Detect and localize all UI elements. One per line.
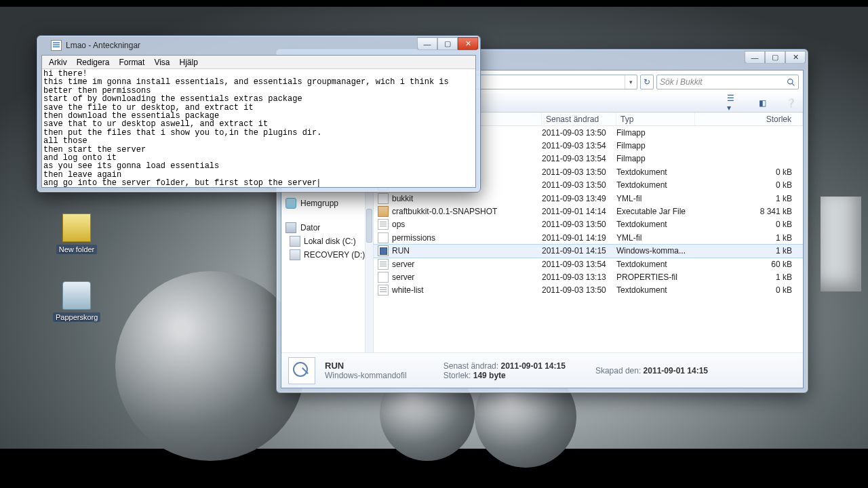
notepad-window[interactable]: Lmao - Anteckningar — ▢ ✕ Arkiv Redigera…	[37, 35, 481, 192]
file-type: Filmapp	[616, 128, 695, 138]
file-date: 2011-09-01 14:19	[542, 233, 616, 243]
close-button[interactable]: ✕	[458, 37, 478, 50]
file-icon	[378, 259, 389, 270]
file-icon	[378, 272, 389, 283]
letterbox-top	[0, 0, 868, 7]
details-modified-label: Senast ändrad:	[443, 361, 498, 371]
file-date: 2011-09-03 13:50	[542, 128, 616, 138]
search-input[interactable]: Sök i Bukkit	[656, 75, 799, 89]
disk-icon	[290, 249, 300, 260]
computer-icon	[285, 222, 296, 233]
file-name: craftbukkit-0.0.1-SNAPSHOT	[392, 207, 497, 216]
col-date[interactable]: Senast ändrad	[542, 113, 616, 125]
file-size: 0 kB	[695, 180, 803, 190]
details-name: RUN	[325, 361, 344, 371]
details-kind: Windows-kommandofil	[325, 371, 407, 380]
close-button[interactable]: ✕	[785, 51, 806, 64]
file-type: Textdokument	[616, 180, 695, 190]
desktop-icon-recycle-bin[interactable]: Papperskorg	[53, 281, 100, 322]
file-type: Windows-komma...	[616, 246, 695, 256]
file-size: 1 kB	[695, 272, 803, 282]
search-icon	[787, 78, 795, 87]
file-icon	[378, 285, 389, 296]
refresh-button[interactable]: ↻	[640, 75, 654, 89]
file-size: 1 kB	[695, 246, 803, 256]
file-type: Textdokument	[616, 167, 695, 177]
homegroup-icon	[285, 198, 296, 209]
notepad-menubar[interactable]: Arkiv Redigera Format Visa Hjälp	[42, 56, 475, 69]
file-icon	[378, 206, 389, 217]
details-size-label: Storlek:	[443, 371, 471, 380]
menu-help[interactable]: Hjälp	[176, 56, 202, 68]
file-row[interactable]: craftbukkit-0.0.1-SNAPSHOT2011-09-01 14:…	[374, 205, 803, 218]
nav-item-disk-c[interactable]: Lokal disk (C:)	[281, 235, 373, 248]
file-type: PROPERTIES-fil	[616, 272, 695, 282]
file-type: Executable Jar File	[616, 207, 695, 216]
file-date: 2011-09-03 13:13	[542, 272, 616, 282]
details-created-label: Skapad den:	[595, 366, 641, 375]
file-row[interactable]: ops2011-09-03 13:50Textdokument0 kB	[374, 218, 803, 231]
window-controls: — ▢ ✕	[745, 51, 806, 64]
col-size[interactable]: Storlek	[695, 113, 803, 125]
folder-icon	[62, 214, 91, 242]
file-row[interactable]: RUN2011-09-01 14:15Windows-komma...1 kB	[374, 245, 803, 258]
notepad-textarea[interactable]: hi there! this time im gonna install ess…	[42, 69, 475, 187]
chevron-down-icon[interactable]: ▾	[625, 75, 637, 89]
desktop-icon-new-folder[interactable]: New folder	[53, 214, 100, 254]
file-size: 0 kB	[695, 285, 803, 295]
notepad-titlebar[interactable]: Lmao - Anteckningar	[51, 39, 475, 52]
svg-line-1	[792, 83, 794, 85]
maximize-button[interactable]: ▢	[437, 37, 458, 50]
details-created: 2011-09-01 14:15	[644, 366, 708, 375]
file-size: 1 kB	[695, 233, 803, 243]
nav-computer[interactable]: Dator	[281, 218, 373, 235]
details-thumbnail	[288, 357, 315, 384]
scrollbar-thumb[interactable]	[366, 209, 372, 243]
file-name: server	[392, 272, 414, 282]
bg-block	[821, 197, 861, 291]
view-options-button[interactable]: ☰ ▾	[727, 96, 741, 110]
minimize-button[interactable]: —	[417, 37, 437, 50]
help-button[interactable]: ❔	[784, 96, 797, 110]
file-date: 2011-09-03 13:54	[542, 260, 616, 269]
file-icon	[378, 219, 389, 230]
minimize-button[interactable]: —	[745, 51, 765, 64]
col-type[interactable]: Typ	[616, 113, 695, 125]
svg-point-0	[788, 79, 793, 83]
file-size: 60 kB	[695, 260, 803, 269]
preview-pane-button[interactable]: ◧	[755, 96, 769, 110]
file-size: 0 kB	[695, 167, 803, 177]
file-name: ops	[392, 220, 405, 229]
file-type: Textdokument	[616, 220, 695, 229]
search-placeholder: Sök i Bukkit	[660, 77, 703, 87]
menu-file[interactable]: Arkiv	[45, 56, 71, 68]
file-row[interactable]: bukkit2011-09-03 13:49YML-fil1 kB	[374, 192, 803, 205]
file-size: 8 341 kB	[695, 207, 803, 216]
file-date: 2011-09-03 13:50	[542, 220, 616, 229]
details-modified: 2011-09-01 14:15	[500, 361, 565, 371]
nav-homegroup[interactable]: Hemgrupp	[281, 194, 373, 210]
file-date: 2011-09-03 13:50	[542, 167, 616, 177]
notepad-icon	[51, 40, 62, 51]
menu-edit[interactable]: Redigera	[73, 56, 114, 68]
menu-view[interactable]: Visa	[150, 56, 174, 68]
file-type: Textdokument	[616, 260, 695, 269]
file-name: bukkit	[392, 194, 413, 203]
file-row[interactable]: white-list2011-09-03 13:50Textdokument0 …	[374, 284, 803, 297]
disk-icon	[290, 236, 300, 247]
file-type: Filmapp	[616, 154, 695, 163]
maximize-button[interactable]: ▢	[765, 51, 785, 64]
file-type: Textdokument	[616, 285, 695, 295]
file-row[interactable]: permissions2011-09-01 14:19YML-fil1 kB	[374, 231, 803, 244]
file-date: 2011-09-01 14:15	[542, 246, 616, 256]
nav-item-disk-d[interactable]: RECOVERY (D:)	[281, 248, 373, 262]
menu-format[interactable]: Format	[115, 56, 149, 68]
file-type: Filmapp	[616, 141, 695, 150]
details-size: 149 byte	[473, 371, 506, 380]
file-date: 2011-09-03 13:54	[542, 141, 616, 150]
details-main: RUN Windows-kommandofil	[325, 361, 407, 380]
file-row[interactable]: server2011-09-03 13:13PROPERTIES-fil1 kB	[374, 270, 803, 283]
window-controls: — ▢ ✕	[417, 37, 478, 50]
file-row[interactable]: server2011-09-03 13:54Textdokument60 kB	[374, 258, 803, 270]
desktop-icon-label: New folder	[56, 245, 98, 254]
